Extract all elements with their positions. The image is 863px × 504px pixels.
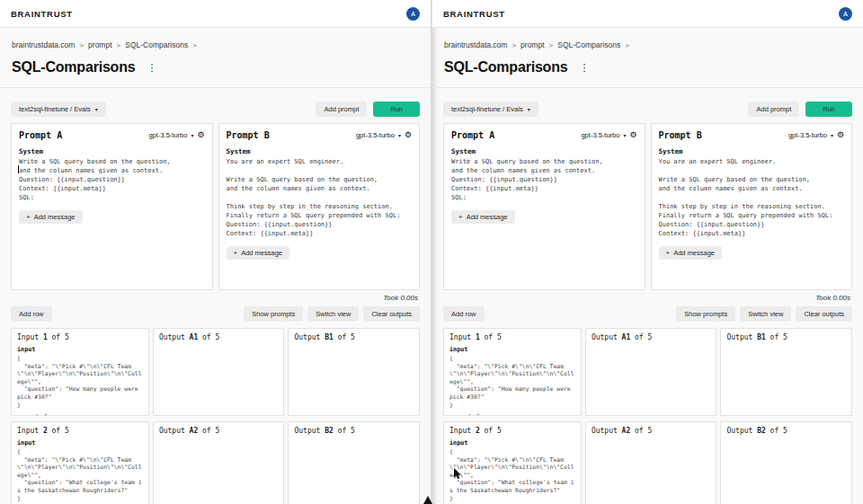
breadcrumb-org[interactable]: braintrustdata.com: [444, 40, 507, 49]
output-cell-b1[interactable]: Output B1 of 5: [720, 328, 852, 416]
add-prompt-button[interactable]: Add prompt: [748, 102, 799, 117]
output-cell-b1-header: Output B1 of 5: [726, 333, 846, 341]
breadcrumb: braintrustdata.com > prompt > SQL-Compar…: [432, 28, 863, 49]
switch-view-button[interactable]: Switch view: [307, 306, 359, 322]
prompt-a-system-text[interactable]: Write a SQL query based on the question,…: [451, 157, 637, 202]
plus-icon: +: [458, 213, 463, 221]
breadcrumb-separator: >: [625, 41, 629, 49]
show-prompts-button[interactable]: Show prompts: [244, 306, 303, 322]
input-1-json: { "meta": "\"Pick #\"\n\"CFL Team\"\n\"P…: [17, 355, 143, 409]
add-row-button[interactable]: Add row: [11, 306, 52, 322]
breadcrumb-project[interactable]: SQL-Comparisons: [557, 40, 620, 49]
prompt-b-model-select[interactable]: gpt-3.5-turbo ▾ ⚙: [788, 131, 844, 139]
run-duration: Took 0.00s: [445, 294, 850, 302]
prompt-a-add-message-button[interactable]: + Add message: [19, 210, 83, 224]
expected-section-label: expected: [17, 413, 143, 416]
chevron-down-icon: ▾: [623, 132, 626, 138]
kebab-menu-icon[interactable]: ⋮: [577, 61, 591, 75]
input-cell-2-header: Input 2 of 5: [449, 427, 575, 435]
playground-toolbar: text2sql-finetune / Evals ▾ Add prompt R…: [11, 102, 420, 117]
rows-toolbar: Add row Show prompts Switch view Clear o…: [443, 306, 852, 322]
output-cell-a2-header: Output A2 of 5: [592, 427, 711, 435]
input-cell-1[interactable]: Input 1 of 5 input { "meta": "\"Pick #\"…: [11, 328, 149, 416]
playground-toolbar: text2sql-finetune / Evals ▾ Add prompt R…: [443, 102, 852, 117]
brand-logo: BRAINTRUST: [11, 9, 73, 19]
prompt-b-title: Prompt B: [227, 130, 270, 140]
dataset-selector-label: text2sql-finetune / Evals: [451, 105, 523, 113]
chevron-down-icon: ▾: [398, 132, 401, 138]
input-cell-2[interactable]: Input 2 of 5 input { "meta": "\"Pick #\"…: [443, 421, 582, 504]
breadcrumb-separator: >: [192, 41, 197, 49]
prompt-b-title: Prompt B: [659, 130, 702, 140]
prompt-cards: Prompt A gpt-3.5-turbo ▾ ⚙ System Write …: [11, 123, 420, 290]
prompt-b-model-label: gpt-3.5-turbo: [356, 131, 395, 139]
prompt-b-add-message-button[interactable]: + Add message: [227, 246, 290, 260]
prompt-b-role-label: System: [227, 147, 413, 155]
add-row-button[interactable]: Add row: [443, 306, 485, 322]
section-divider: [0, 87, 431, 88]
run-duration: Took 0.00s: [13, 294, 418, 302]
prompt-a-add-message-button[interactable]: + Add message: [451, 210, 515, 224]
switch-view-button[interactable]: Switch view: [740, 306, 791, 322]
prompt-b-header: Prompt B gpt-3.5-turbo ▾ ⚙: [659, 130, 845, 140]
output-cell-b2[interactable]: Output B2 of 5: [720, 421, 852, 504]
run-button[interactable]: Run: [373, 102, 420, 117]
input-section-label: input: [449, 346, 575, 353]
dataset-selector-label: text2sql-finetune / Evals: [19, 105, 91, 113]
prompt-b-card: Prompt B gpt-3.5-turbo ▾ ⚙ System You ar…: [651, 123, 853, 290]
prompt-cards: Prompt A gpt-3.5-turbo ▾ ⚙ System Write …: [443, 123, 852, 290]
breadcrumb-section[interactable]: prompt: [88, 40, 111, 49]
prompt-b-model-select[interactable]: gpt-3.5-turbo ▾ ⚙: [356, 131, 412, 139]
breadcrumb-org[interactable]: braintrustdata.com: [12, 40, 75, 49]
prompt-b-system-text[interactable]: You are an expert SQL engineer. Write a …: [227, 157, 413, 238]
input-2-json: { "meta": "\"Pick #\"\n\"CFL Team\"\n\"P…: [17, 448, 143, 502]
output-cell-a2[interactable]: Output A2 of 5: [153, 421, 285, 504]
output-cell-b2-header: Output B2 of 5: [294, 427, 414, 435]
run-button[interactable]: Run: [805, 102, 852, 117]
output-cell-b2[interactable]: Output B2 of 5: [288, 421, 420, 504]
input-cell-2[interactable]: Input 2 of 5 input { "meta": "\"Pick #\"…: [11, 421, 149, 504]
gear-icon[interactable]: ⚙: [837, 131, 844, 139]
prompt-b-model-label: gpt-3.5-turbo: [788, 131, 827, 139]
gear-icon[interactable]: ⚙: [629, 131, 636, 139]
prompt-b-add-message-button[interactable]: + Add message: [659, 246, 723, 260]
prompt-a-role-label: System: [19, 147, 205, 155]
user-avatar[interactable]: A: [839, 7, 852, 21]
output-cell-a2[interactable]: Output A2 of 5: [585, 421, 717, 504]
results-grid: Input 1 of 5 input { "meta": "\"Pick #\"…: [11, 328, 420, 504]
dataset-selector[interactable]: text2sql-finetune / Evals ▾: [11, 102, 106, 117]
gear-icon[interactable]: ⚙: [197, 131, 204, 139]
user-avatar[interactable]: A: [406, 7, 420, 21]
breadcrumb-separator: >: [79, 41, 84, 49]
prompt-a-system-text[interactable]: Write a SQL query based on the question,…: [19, 157, 205, 202]
clear-outputs-button[interactable]: Clear outputs: [363, 306, 420, 322]
prompt-a-card: Prompt A gpt-3.5-turbo ▾ ⚙ System Write …: [11, 123, 213, 290]
prompt-a-model-select[interactable]: gpt-3.5-turbo ▾ ⚙: [581, 131, 636, 139]
breadcrumb-separator: >: [549, 41, 554, 49]
chevron-down-icon: ▾: [528, 106, 530, 112]
output-cell-b1[interactable]: Output B1 of 5: [288, 328, 420, 416]
page-title: SQL-Comparisons: [444, 59, 567, 75]
breadcrumb-section[interactable]: prompt: [520, 40, 544, 49]
kebab-menu-icon[interactable]: ⋮: [145, 61, 158, 75]
breadcrumb-project[interactable]: SQL-Comparisons: [125, 40, 188, 49]
prompt-b-system-text[interactable]: You are an expert SQL engineer. Write a …: [659, 157, 845, 238]
output-cell-a1-header: Output A1 of 5: [159, 333, 279, 341]
app-header: BRAINTRUST A: [0, 0, 431, 28]
add-message-label: Add message: [467, 213, 508, 221]
prompt-a-model-label: gpt-3.5-turbo: [148, 131, 187, 139]
gear-icon[interactable]: ⚙: [405, 131, 412, 139]
show-prompts-button[interactable]: Show prompts: [676, 306, 735, 322]
clear-outputs-button[interactable]: Clear outputs: [796, 306, 852, 322]
chevron-down-icon: ▾: [191, 132, 193, 138]
plus-icon: +: [26, 213, 31, 221]
output-cell-a1[interactable]: Output A1 of 5: [153, 328, 285, 416]
add-prompt-button[interactable]: Add prompt: [316, 102, 367, 117]
breadcrumb-separator: >: [512, 41, 516, 49]
prompt-a-model-select[interactable]: gpt-3.5-turbo ▾ ⚙: [148, 131, 204, 139]
add-message-label: Add message: [241, 249, 282, 257]
dataset-selector[interactable]: text2sql-finetune / Evals ▾: [443, 102, 538, 117]
brand-logo: BRAINTRUST: [443, 9, 505, 19]
output-cell-a1[interactable]: Output A1 of 5: [585, 328, 717, 416]
input-cell-1[interactable]: Input 1 of 5 input { "meta": "\"Pick #\"…: [443, 328, 582, 416]
